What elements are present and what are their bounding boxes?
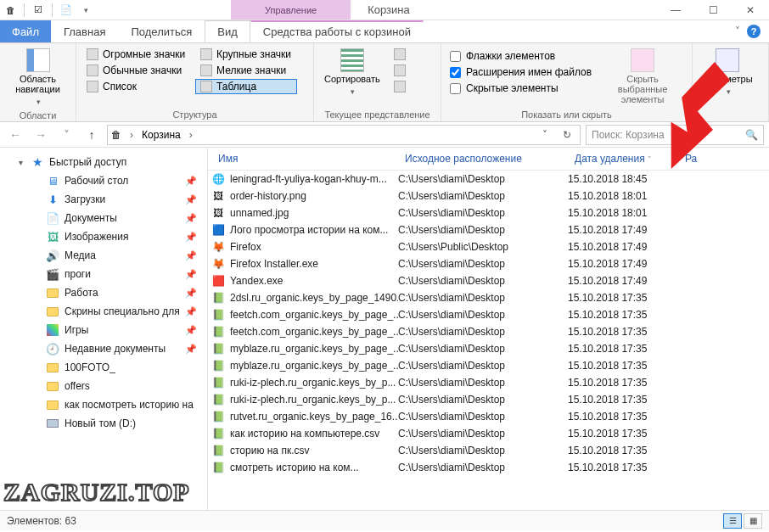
breadcrumb-item[interactable]: Корзина: [142, 129, 181, 141]
file-row[interactable]: 📗ruki-iz-plech.ru_organic.keys_by_p...C:…: [208, 391, 769, 408]
details-view-button[interactable]: ☰: [723, 513, 742, 529]
file-row[interactable]: 🌐leningrad-ft-yuliya-kogan-khuy-m...C:\U…: [208, 171, 769, 188]
qat-dropdown-icon[interactable]: [78, 3, 92, 17]
sidebar-item[interactable]: offers: [0, 377, 207, 395]
navigation-pane-button[interactable]: Область навигации: [5, 47, 70, 109]
pin-icon: 📌: [185, 250, 202, 261]
file-row[interactable]: 🦊Firefox Installer.exeC:\Users\diami\Des…: [208, 255, 769, 272]
file-row[interactable]: 📗ruki-iz-plech.ru_organic.keys_by_p...C:…: [208, 374, 769, 391]
file-name: rutvet.ru_organic.keys_by_page_16...: [230, 411, 398, 423]
file-row[interactable]: 🖼unnamed.jpgC:\Users\diami\Desktop15.10.…: [208, 204, 769, 221]
file-extensions-toggle[interactable]: Расширения имен файлов: [446, 64, 595, 80]
file-type-icon: 📗: [211, 444, 225, 457]
tab-recycle-tools[interactable]: Средства работы с корзиной: [250, 20, 424, 42]
sort-label: Сортировать: [324, 74, 380, 84]
back-button[interactable]: ←: [5, 125, 25, 145]
file-row[interactable]: 📗2dsl.ru_organic.keys_by_page_1490...C:\…: [208, 289, 769, 306]
file-original-location: C:\Users\diami\Desktop: [398, 173, 568, 185]
breadcrumb[interactable]: 🗑 › Корзина › ˅ ↻: [107, 125, 581, 145]
layout-small-icons[interactable]: Мелкие значки: [195, 63, 297, 78]
up-button[interactable]: ↑: [81, 125, 102, 145]
close-button[interactable]: ✕: [732, 0, 769, 20]
sidebar-item[interactable]: 🕘Недавние документы📌: [0, 339, 207, 358]
new-folder-icon[interactable]: 📄: [59, 3, 73, 17]
hide-selected-icon: [631, 48, 654, 72]
sidebar-item[interactable]: 🖼Изображения📌: [0, 227, 207, 246]
breadcrumb-caret[interactable]: ›: [184, 129, 198, 141]
file-row[interactable]: 📗rutvet.ru_organic.keys_by_page_16...C:\…: [208, 408, 769, 425]
sidebar-item[interactable]: 🔊Медиа📌: [0, 246, 207, 265]
file-row[interactable]: 🟦Лого просмотра истории на ком...C:\User…: [208, 221, 769, 238]
sidebar-item-label: Работа: [65, 287, 98, 299]
maximize-button[interactable]: ☐: [694, 0, 732, 20]
hidden-items-toggle[interactable]: Скрытые элементы: [446, 81, 595, 96]
refresh-icon[interactable]: ↻: [558, 129, 576, 141]
thumbnails-view-button[interactable]: ▦: [744, 513, 762, 529]
pin-icon: 📌: [185, 306, 202, 317]
layout-huge-icons[interactable]: Огромные значки: [81, 47, 192, 62]
sidebar-item[interactable]: Новый том (D:): [0, 414, 207, 433]
options-button[interactable]: Параметры: [698, 47, 758, 98]
sidebar-quick-access[interactable]: ▾ ★ Быстрый доступ: [0, 153, 207, 171]
minimize-button[interactable]: —: [657, 0, 694, 20]
help-icon[interactable]: ?: [747, 25, 761, 38]
sort-button[interactable]: Сортировать: [319, 47, 385, 98]
column-size[interactable]: Ра: [678, 153, 704, 165]
file-original-location: C:\Users\diami\Desktop: [398, 343, 568, 355]
group-by-button[interactable]: [389, 47, 411, 62]
file-row[interactable]: 🖼order-history.pngC:\Users\diami\Desktop…: [208, 188, 769, 204]
file-tab[interactable]: Файл: [0, 20, 51, 42]
forward-button[interactable]: →: [31, 125, 51, 145]
navigation-sidebar[interactable]: ▾ ★ Быстрый доступ 🖥Рабочий стол📌⬇Загруз…: [0, 148, 208, 510]
file-name: Firefox Installer.exe: [230, 258, 318, 270]
expand-icon[interactable]: ▾: [15, 158, 25, 167]
column-original-location[interactable]: Исходное расположение: [398, 153, 568, 165]
column-name[interactable]: Имя: [211, 153, 398, 165]
sidebar-item[interactable]: 📄Документы📌: [0, 209, 207, 227]
search-input[interactable]: Поиск: Корзина 🔍: [586, 125, 764, 145]
sidebar-item[interactable]: Скрины специально для 📌: [0, 302, 207, 321]
properties-icon[interactable]: ☑: [31, 3, 45, 17]
file-row[interactable]: 🟥Yandex.exeC:\Users\diami\Desktop15.10.2…: [208, 272, 769, 289]
file-row[interactable]: 🦊FirefoxC:\Users\Public\Desktop15.10.201…: [208, 238, 769, 255]
sidebar-item[interactable]: 🖥Рабочий стол📌: [0, 171, 207, 190]
file-row[interactable]: 📗смотреть историю на ком...C:\Users\diam…: [208, 459, 769, 476]
file-row[interactable]: 📗myblaze.ru_organic.keys_by_page_...C:\U…: [208, 340, 769, 357]
size-columns-button[interactable]: [389, 79, 411, 94]
file-type-icon: 🟦: [211, 223, 225, 237]
file-row[interactable]: 📗сторию на пк.csvC:\Users\diami\Desktop1…: [208, 442, 769, 459]
file-list[interactable]: Имя Исходное расположение Дата удаления …: [208, 148, 769, 510]
sidebar-item[interactable]: ⬇Загрузки📌: [0, 190, 207, 209]
layout-list[interactable]: Список: [81, 79, 192, 94]
column-date-deleted[interactable]: Дата удаления ˅: [568, 153, 678, 165]
sidebar-item[interactable]: как посмотреть историю на: [0, 395, 207, 414]
hide-selected-button[interactable]: Скрыть выбранные элементы: [598, 47, 687, 106]
sidebar-quick-label: Быстрый доступ: [49, 156, 126, 168]
sidebar-item[interactable]: Игры📌: [0, 321, 207, 339]
tab-view[interactable]: Вид: [205, 20, 250, 42]
item-checkboxes-toggle[interactable]: Флажки элементов: [446, 48, 595, 64]
folder-icon: [46, 286, 59, 300]
layout-medium-icons[interactable]: Обычные значки: [81, 63, 192, 78]
file-row[interactable]: 📗feetch.com_organic.keys_by_page_...C:\U…: [208, 323, 769, 340]
layout-large-icons[interactable]: Крупные значки: [195, 47, 297, 62]
file-row[interactable]: 📗myblaze.ru_organic.keys_by_page_...C:\U…: [208, 357, 769, 374]
layout-details[interactable]: Таблица: [195, 79, 297, 94]
breadcrumb-root-caret[interactable]: ›: [125, 129, 138, 141]
sidebar-item[interactable]: Работа📌: [0, 283, 207, 302]
tab-share[interactable]: Поделиться: [118, 20, 205, 42]
sidebar-item[interactable]: 100FOTO_: [0, 358, 207, 377]
chevron-down-icon: [725, 86, 731, 97]
add-columns-button[interactable]: [389, 63, 411, 78]
file-row[interactable]: 📗feetch.com_organic.keys_by_page_...C:\U…: [208, 306, 769, 323]
history-dropdown-icon[interactable]: ˅: [536, 129, 554, 141]
tab-home[interactable]: Главная: [51, 20, 118, 42]
file-original-location: C:\Users\diami\Desktop: [398, 258, 568, 270]
file-date-deleted: 15.10.2018 18:01: [568, 190, 678, 202]
file-row[interactable]: 📗как историю на компьютере.csvC:\Users\d…: [208, 425, 769, 442]
file-name: ruki-iz-plech.ru_organic.keys_by_p...: [230, 377, 396, 389]
file-name: myblaze.ru_organic.keys_by_page_...: [230, 360, 398, 372]
sidebar-item[interactable]: 🎬проги📌: [0, 265, 207, 283]
recent-locations-button[interactable]: ˅: [56, 125, 76, 145]
ribbon-collapse-icon[interactable]: ˅: [735, 25, 740, 37]
